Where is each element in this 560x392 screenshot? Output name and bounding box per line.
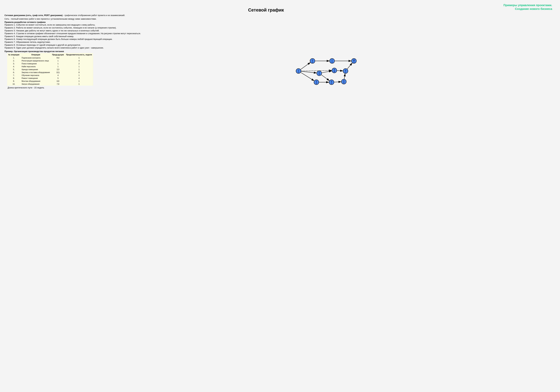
diagram-node-10: 101 <box>351 59 356 63</box>
node-top: 2 <box>319 71 320 73</box>
diagram-node-8: 84 <box>341 79 346 84</box>
diagram-node-6: 68 <box>332 68 337 73</box>
rule-item: Правило 4. Стрелки в сетевом графике обо… <box>4 32 556 35</box>
cell-prev: 1 <box>51 62 65 65</box>
diagram-edge <box>321 75 330 81</box>
example-heading: Пример. Организация производства продукт… <box>4 50 556 53</box>
cell-op: Подписание контракта <box>20 56 51 59</box>
cell-op: Найм персонала <box>20 65 51 68</box>
diagram-node-4: 41 <box>310 59 315 63</box>
node-bot: 8 <box>334 70 335 72</box>
cell-op: Обучение персонала <box>20 74 51 77</box>
rule-item: Правило 8. Условные переходы от одной оп… <box>4 44 556 47</box>
table-row: 5.Аренда помещения2,31 <box>7 68 93 71</box>
node-bot: 1 <box>354 61 354 63</box>
rule-item: Правило 6. Номер последующей операции до… <box>4 38 556 41</box>
cell-prev: 4 <box>51 74 65 77</box>
table-row: 9.Монтаж оборудования6,81 <box>7 80 93 83</box>
cell-num: 7. <box>7 74 20 77</box>
cell-dur: 4 <box>65 77 93 80</box>
diagram-edge <box>322 71 332 73</box>
diagram-edge <box>334 82 341 82</box>
node-top: 10 <box>353 59 355 61</box>
node-top: 3 <box>316 80 317 82</box>
node-bot: 4 <box>343 82 344 83</box>
table-row: 3.Поиск помещения12 <box>7 62 93 65</box>
cell-dur: 1 <box>65 65 93 68</box>
table-row: 2.Регистрация юридического лица14 <box>7 59 93 62</box>
node-top: 7 <box>332 59 333 61</box>
header-line2: Создание нового бизнеса <box>515 7 552 10</box>
table-row: 4.Найм персонала11 <box>7 65 93 68</box>
diagram-node-9: 91 <box>343 69 348 73</box>
cell-num: 2. <box>7 59 20 62</box>
cell-prev: 7,9 <box>51 83 65 86</box>
node-bot: 1 <box>312 61 313 63</box>
cell-num: 8. <box>7 77 20 80</box>
th-dur: Продолжительность, неделя <box>65 53 93 56</box>
cell-num: 6. <box>7 71 20 74</box>
cell-dur: 1 <box>65 80 93 83</box>
node-bot: 1 <box>332 61 333 63</box>
cell-op: Поиск помещения <box>20 62 51 65</box>
node-bot: 1 <box>298 71 299 73</box>
node-bot: 1 <box>345 71 346 73</box>
cell-op: Запуск оборудования <box>20 83 51 86</box>
th-num: № операции <box>7 53 20 56</box>
node-top: 6 <box>334 69 335 70</box>
intro-rest: - графическое отображение работ проекта … <box>63 14 125 16</box>
diagram-edge <box>301 70 332 71</box>
cell-num: 4. <box>7 65 20 68</box>
cell-num: 9. <box>7 80 20 83</box>
table-row: 10.Запуск оборудования7,91 <box>7 83 93 86</box>
cell-op: Ремонт помещения <box>20 77 51 80</box>
node-top: 1 <box>298 69 299 71</box>
diagram-node-2: 24 <box>317 71 322 76</box>
cell-dur: 1 <box>65 56 93 59</box>
node-top: 9 <box>345 69 346 71</box>
table-row: 7.Обучение персонала41 <box>7 74 93 77</box>
diagram-node-5: 51 <box>329 80 334 85</box>
rules-heading: Правила разработки сетевого графика <box>4 21 556 23</box>
node-top: 8 <box>343 80 344 82</box>
rule-item: Правило 3. Никакие две работы не могут и… <box>4 29 556 32</box>
node-top: 4 <box>312 59 313 61</box>
operations-table: № операции Операция Предыдущие Продолжит… <box>7 53 93 86</box>
rule-item: Правило 5. Каждая операция должна иметь … <box>4 35 556 38</box>
cell-num: 5. <box>7 68 20 71</box>
cell-prev: 6,8 <box>51 80 65 83</box>
cell-prev: 2(1) <box>51 71 65 74</box>
cell-dur: 1 <box>65 74 93 77</box>
diagram-edge <box>337 70 343 71</box>
rule-item: Правило 7. Образование петель недопустим… <box>4 41 556 44</box>
page-title: Сетевой график <box>4 8 556 12</box>
cell-dur: 8 <box>65 71 93 74</box>
cell-op: Аренда помещения <box>20 68 51 71</box>
cell-dur: 4 <box>65 59 93 62</box>
diagram-edge <box>301 62 310 70</box>
cell-prev: 5 <box>51 77 65 80</box>
node-bot: 1 <box>331 82 332 84</box>
rule-item: Правило 1. Событие не может состояться, … <box>4 23 556 26</box>
node-top: 5 <box>331 80 332 82</box>
diagram-node-3: 32 <box>314 80 319 85</box>
diagram-edge <box>301 72 314 81</box>
rule-item: Правило 2. Работа не может начаться, есл… <box>4 26 556 29</box>
cell-prev: 2,3 <box>51 68 65 71</box>
diagram-edge <box>347 63 352 69</box>
header-line1: Примеры управления проектами. <box>503 3 552 7</box>
cell-op: Монтаж оборудования <box>20 80 51 83</box>
cell-prev: 1 <box>51 59 65 62</box>
th-op: Операция <box>20 53 51 56</box>
node-bot: 2 <box>316 82 317 84</box>
table-row: 6.Закупка и поставка оборудования2(1)8 <box>7 71 93 74</box>
cell-dur: 1 <box>65 68 93 71</box>
cell-num: 10. <box>7 83 20 86</box>
th-prev: Предыдущие <box>51 53 65 56</box>
rule-item: Правило 9. Один узел должен определять н… <box>4 46 556 49</box>
cell-op: Закупка и поставка оборудования <box>20 71 51 74</box>
diagram-node-7: 71 <box>330 59 335 63</box>
critical-path-text: Длина критического пути - 15 недель <box>7 86 93 89</box>
table-row: 8.Ремонт помещения54 <box>7 77 93 80</box>
node-bot: 4 <box>319 73 320 75</box>
